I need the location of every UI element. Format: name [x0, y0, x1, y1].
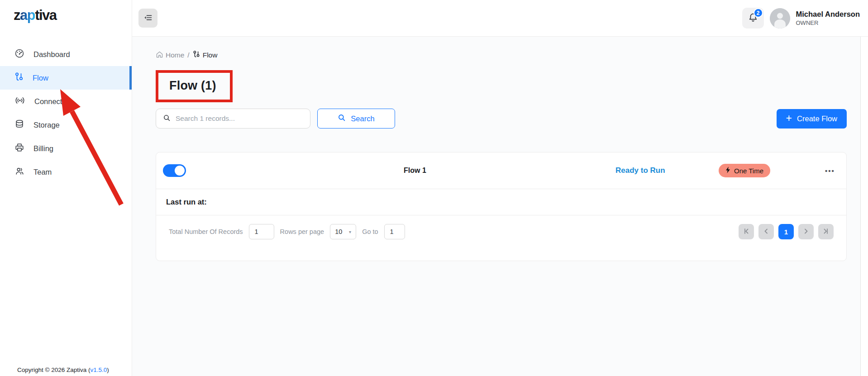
last-run-row: Last run at:	[156, 189, 846, 215]
user-info[interactable]: Michael Anderson OWNER	[796, 10, 860, 27]
last-page-icon	[823, 228, 829, 236]
home-icon	[156, 51, 163, 60]
user-role: OWNER	[796, 19, 860, 27]
rows-per-page-label: Rows per page	[280, 228, 324, 235]
copyright-text: Copyright © 2026 Zaptiva (v1.5.0)	[17, 366, 109, 373]
flow-list-card: Flow 1 Ready to Run One Time ••• Last ru…	[156, 152, 847, 261]
breadcrumb: Home / Flow	[156, 50, 847, 60]
sidebar-item-team[interactable]: Team	[0, 160, 132, 184]
chevron-left-icon	[763, 228, 769, 236]
prev-page-button[interactable]	[758, 224, 774, 239]
version-link[interactable]: v1.5.0	[91, 366, 107, 373]
sidebar-item-label: Connection	[34, 97, 72, 106]
last-run-label: Last run at:	[166, 198, 207, 206]
flow-status-link[interactable]: Ready to Run	[615, 166, 665, 175]
notifications-button[interactable]: 2	[742, 8, 764, 29]
first-page-button[interactable]	[739, 224, 754, 239]
breadcrumb-separator: /	[187, 51, 189, 59]
sidebar-item-storage[interactable]: Storage	[0, 113, 132, 137]
connection-signal-icon	[14, 95, 25, 107]
plus-icon: +	[786, 113, 792, 124]
toggle-knob	[175, 166, 185, 176]
sidebar-item-billing[interactable]: Billing	[0, 137, 132, 160]
pager: 1	[739, 224, 834, 239]
sidebar-item-label: Flow	[33, 74, 48, 82]
goto-label: Go to	[362, 228, 378, 235]
user-area: 2 Michael Anderson OWNER	[742, 8, 860, 29]
goto-page-input[interactable]	[384, 224, 405, 239]
sidebar-item-label: Team	[33, 168, 52, 176]
sidebar-collapse-button[interactable]	[138, 9, 157, 28]
top-bar: 2 Michael Anderson OWNER	[132, 0, 868, 37]
schedule-type-badge: One Time	[719, 164, 770, 177]
notification-count-badge: 2	[754, 8, 763, 18]
sidebar-item-label: Billing	[33, 144, 53, 153]
flow-branch-icon	[14, 72, 24, 84]
create-flow-button[interactable]: + Create Flow	[777, 109, 847, 129]
page-content: Home / Flow Flow (1)	[132, 37, 868, 376]
rows-per-page-select[interactable]: 10 ▾	[330, 224, 356, 239]
sidebar-nav: Dashboard Flow	[0, 43, 132, 184]
rows-per-page-value: 10	[335, 228, 342, 235]
app-window: zaptiva Dashboard	[0, 0, 868, 376]
search-button-label: Search	[351, 114, 374, 123]
logo-part-tiva: tiva	[35, 7, 56, 23]
pagination-bar: Total Number Of Records Rows per page 10…	[156, 215, 846, 261]
search-icon	[338, 114, 346, 124]
row-actions-menu-icon[interactable]: •••	[825, 167, 835, 175]
user-name: Michael Anderson	[796, 10, 860, 19]
search-icon	[163, 114, 171, 124]
billing-printer-icon	[14, 143, 24, 154]
team-people-icon	[14, 166, 24, 178]
lightning-bolt-icon	[725, 167, 730, 175]
sidebar: zaptiva Dashboard	[0, 0, 132, 376]
sidebar-item-dashboard[interactable]: Dashboard	[0, 43, 132, 66]
annotation-red-rectangle: Flow (1)	[156, 70, 233, 102]
sidebar-item-connection[interactable]: Connection	[0, 90, 132, 113]
flow-name: Flow 1	[404, 167, 426, 175]
create-flow-label: Create Flow	[797, 114, 837, 123]
menu-fold-icon	[143, 13, 153, 24]
copyright-prefix: Copyright © 2026 Zaptiva (	[17, 366, 91, 373]
breadcrumb-home-label: Home	[166, 51, 184, 59]
page-number-button[interactable]: 1	[778, 224, 794, 239]
main-area: 2 Michael Anderson OWNER	[132, 0, 868, 376]
chevron-right-icon	[803, 228, 809, 236]
search-button[interactable]: Search	[317, 109, 395, 129]
breadcrumb-current-label: Flow	[203, 51, 218, 59]
flow-branch-icon	[193, 50, 200, 60]
last-page-button[interactable]	[818, 224, 834, 239]
chevron-down-icon: ▾	[349, 229, 351, 234]
user-avatar[interactable]	[770, 8, 790, 29]
flow-table-row: Flow 1 Ready to Run One Time •••	[156, 152, 846, 189]
breadcrumb-current: Flow	[193, 50, 218, 60]
dashboard-gauge-icon	[14, 48, 24, 60]
sidebar-item-label: Storage	[33, 121, 60, 129]
scrollbar-track[interactable]	[860, 37, 868, 376]
search-field	[156, 109, 310, 129]
sidebar-item-flow[interactable]: Flow	[0, 66, 132, 90]
first-page-icon	[743, 228, 749, 236]
next-page-button[interactable]	[798, 224, 814, 239]
logo-part-ap: ap	[20, 7, 35, 23]
storage-database-icon	[14, 119, 24, 131]
toolbar: Search + Create Flow	[156, 109, 847, 129]
pagination-controls: Total Number Of Records Rows per page 10…	[169, 224, 405, 239]
breadcrumb-home[interactable]: Home	[156, 51, 184, 60]
zaptiva-logo[interactable]: zaptiva	[0, 0, 132, 24]
sidebar-item-label: Dashboard	[33, 50, 70, 59]
logo-part-z: z	[14, 7, 20, 23]
copyright-suffix: )	[107, 366, 109, 373]
total-records-input[interactable]	[249, 224, 274, 239]
search-input[interactable]	[176, 114, 303, 123]
flow-enabled-toggle[interactable]	[163, 164, 186, 177]
total-records-label: Total Number Of Records	[169, 228, 243, 235]
avatar-person-icon	[770, 22, 790, 29]
badge-label: One Time	[734, 167, 763, 175]
page-title: Flow (1)	[169, 79, 216, 92]
